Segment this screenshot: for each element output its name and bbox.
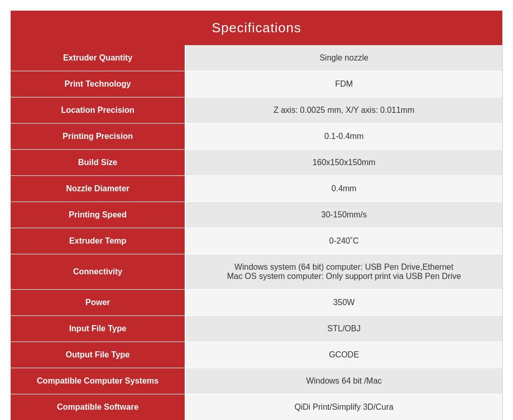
row-label: Print Technology <box>11 71 185 97</box>
table-row: Extruder QuantitySingle nozzle <box>11 45 502 71</box>
row-value: Windows 64 bit /Mac <box>185 368 502 394</box>
table-row: Output File TypeGCODE <box>11 342 502 368</box>
table-row: Build Size160x150x150mm <box>11 150 502 176</box>
table-row: Extruder Temp0-240˚C <box>11 228 502 254</box>
row-value: 350W <box>185 290 502 316</box>
row-label: Build Size <box>11 150 185 176</box>
specs-title: Specifications <box>11 11 502 45</box>
row-value: 160x150x150mm <box>185 150 502 176</box>
row-label: Compatible Computer Systems <box>11 368 185 394</box>
row-label: Location Precision <box>11 97 185 124</box>
row-label: Extruder Temp <box>11 228 185 254</box>
table-row: ConnectivityWindows system (64 bit) comp… <box>11 254 502 290</box>
row-value: STL/OBJ <box>185 316 502 342</box>
row-value: FDM <box>185 71 502 97</box>
row-value: 0.4mm <box>185 176 502 202</box>
row-value: GCODE <box>185 342 502 368</box>
table-row: Compatible Computer SystemsWindows 64 bi… <box>11 368 502 394</box>
table-row: Location PrecisionZ axis: 0.0025 mm, X/Y… <box>11 97 502 124</box>
row-label: Output File Type <box>11 342 185 368</box>
row-label: Compatible Software <box>11 394 185 421</box>
table-row: Nozzle Diameter0.4mm <box>11 176 502 202</box>
row-label: Connectivity <box>11 254 185 290</box>
table-row: Printing Speed30-150mm/s <box>11 202 502 228</box>
table-row: Compatible SoftwareQiDi Print/Simplify 3… <box>11 394 502 421</box>
table-row: Input File TypeSTL/OBJ <box>11 316 502 342</box>
row-label: Extruder Quantity <box>11 45 185 71</box>
table-row: Print TechnologyFDM <box>11 71 502 97</box>
row-label: Printing Speed <box>11 202 185 228</box>
row-label: Nozzle Diameter <box>11 176 185 202</box>
row-label: Input File Type <box>11 316 185 342</box>
row-value: Z axis: 0.0025 mm, X/Y axis: 0.011mm <box>185 97 502 124</box>
row-value: QiDi Print/Simplify 3D/Cura <box>185 394 502 421</box>
row-label: Power <box>11 290 185 316</box>
row-value: Single nozzle <box>185 45 502 71</box>
table-row: Printing Precision0.1-0.4mm <box>11 124 502 150</box>
row-label: Printing Precision <box>11 124 185 150</box>
row-value: 30-150mm/s <box>185 202 502 228</box>
row-value: 0-240˚C <box>185 228 502 254</box>
row-value: Windows system (64 bit) computer: USB Pe… <box>185 254 502 290</box>
specs-table: Extruder QuantitySingle nozzlePrint Tech… <box>11 45 502 420</box>
table-row: Power350W <box>11 290 502 316</box>
specs-container: Specifications Extruder QuantitySingle n… <box>10 10 503 420</box>
row-value: 0.1-0.4mm <box>185 124 502 150</box>
